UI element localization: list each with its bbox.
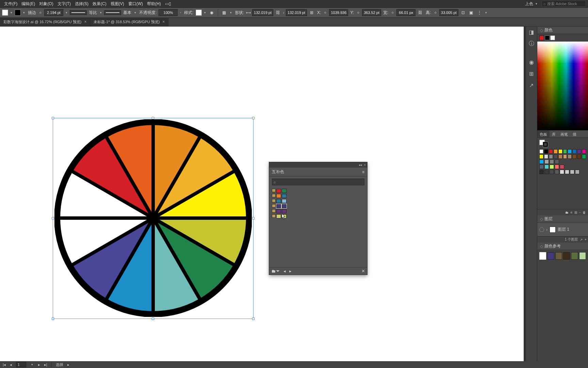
handle-br[interactable] xyxy=(252,318,255,320)
menu-window[interactable]: 窗口(W) xyxy=(126,1,145,7)
shape-h-field[interactable]: 132.019 pt xyxy=(286,9,307,16)
handle-bm[interactable] xyxy=(152,318,154,320)
handle-tm[interactable] xyxy=(152,117,154,119)
trash-icon[interactable]: 🗑 xyxy=(583,211,586,214)
isolation-icon[interactable]: ⊡ xyxy=(460,9,467,16)
expand-icon[interactable]: › xyxy=(546,227,548,232)
swatch[interactable] xyxy=(544,159,549,164)
layer-target-icon[interactable]: ↗ xyxy=(580,238,583,242)
layer-name[interactable]: 图层 1 xyxy=(558,227,569,232)
link-wh-icon[interactable]: ⛓ xyxy=(275,9,281,16)
panel-menu-icon[interactable]: ≡ xyxy=(362,170,364,174)
info-icon[interactable]: ⓘ xyxy=(528,40,535,47)
fill-swatch[interactable] xyxy=(2,10,8,16)
next-artboard-icon[interactable]: ▸| xyxy=(44,363,47,367)
swatch[interactable] xyxy=(560,170,564,174)
libraries-icon[interactable]: ◉ xyxy=(528,59,535,65)
library-menu-icon[interactable]: 🖿⏷ xyxy=(271,269,280,274)
layer-row[interactable]: › 图层 1 xyxy=(537,223,588,236)
colorguide-swatch[interactable] xyxy=(563,252,570,260)
link-dims-icon[interactable]: ⛓ xyxy=(417,9,424,16)
swatch[interactable] xyxy=(568,149,572,154)
prev-icon[interactable]: ◂ xyxy=(283,269,286,274)
swatch[interactable] xyxy=(570,170,574,174)
swatch[interactable] xyxy=(282,199,287,203)
swatch[interactable] xyxy=(539,170,544,174)
visibility-icon[interactable] xyxy=(539,227,544,232)
h-field[interactable]: 33.005 pt xyxy=(439,9,458,16)
align-icon[interactable]: ▦ xyxy=(221,9,228,16)
swatch[interactable] xyxy=(276,214,281,218)
swatch[interactable] xyxy=(563,149,567,154)
prev-artboard-icon[interactable]: |◂ xyxy=(3,363,6,367)
swatch[interactable] xyxy=(544,154,548,159)
swatch[interactable] xyxy=(282,189,287,193)
colorguide-swatch[interactable] xyxy=(571,252,578,260)
swatch[interactable] xyxy=(276,209,281,213)
menu-help[interactable]: 帮助(H) xyxy=(145,1,163,7)
swatch[interactable] xyxy=(282,209,287,213)
menu-edit[interactable]: 编辑(E) xyxy=(19,1,37,7)
colorguide-swatch[interactable] xyxy=(555,252,562,260)
next-icon[interactable]: ▸ xyxy=(289,269,292,274)
color-spectrum[interactable] xyxy=(537,42,588,130)
swatch[interactable] xyxy=(555,170,559,174)
swatch-menu-icon[interactable]: ≡ xyxy=(571,211,573,214)
collapse-icon[interactable]: ◂◂ xyxy=(359,163,362,167)
artboard-nav-field[interactable]: 1 xyxy=(16,362,26,367)
swatch[interactable] xyxy=(568,154,572,159)
menu-view[interactable]: 视图(V) xyxy=(109,1,126,7)
layers-panel-header[interactable]: ◇图层 xyxy=(537,215,588,223)
swatch[interactable] xyxy=(276,199,281,203)
color-stroke-ind[interactable] xyxy=(545,35,550,40)
tool-menu-icon[interactable]: ▸ xyxy=(67,363,69,367)
adobe-stock-search[interactable]: ⌕ 搜索 Adobe Stock xyxy=(542,1,586,7)
layout-icon[interactable]: ▭▯ xyxy=(163,1,173,6)
menu-select[interactable]: 选择(S) xyxy=(73,1,91,7)
fill-stroke-indicator[interactable] xyxy=(539,140,548,147)
swatch[interactable] xyxy=(544,165,549,169)
panel-search[interactable]: ⌕ xyxy=(272,179,364,185)
swatch-lib-icon[interactable]: 🖿 xyxy=(565,211,569,214)
colorguide-swatch[interactable] xyxy=(547,252,554,260)
swatch[interactable] xyxy=(544,170,549,174)
swatch[interactable] xyxy=(539,149,543,154)
prev-icon[interactable]: ◂ xyxy=(10,363,12,367)
swatch-opts-icon[interactable]: ⊞ xyxy=(574,211,577,214)
colorguide-swatch[interactable] xyxy=(579,252,586,260)
colorguide-header[interactable]: ◇颜色参考 xyxy=(537,243,588,250)
swatch[interactable] xyxy=(276,194,281,198)
swatch[interactable] xyxy=(575,170,579,174)
swatch-new-icon[interactable]: ▫ xyxy=(579,211,581,214)
swatch[interactable] xyxy=(560,165,564,169)
color-panel-header[interactable]: ◇颜色 xyxy=(537,27,588,34)
swatch[interactable] xyxy=(549,149,553,154)
color-fill-ind[interactable] xyxy=(539,35,544,40)
y-field[interactable]: 363.52 pt xyxy=(362,9,381,16)
recolor-icon[interactable]: ◉ xyxy=(208,9,215,16)
stroke-profile[interactable] xyxy=(70,10,87,15)
properties-icon[interactable]: ◨ xyxy=(528,29,535,35)
swatch[interactable] xyxy=(582,149,586,154)
menu-file[interactable]: 文件(F) xyxy=(2,1,19,7)
close-icon[interactable]: × xyxy=(84,19,86,24)
handle-tr[interactable] xyxy=(252,117,255,119)
swatch[interactable] xyxy=(555,165,559,169)
reference-point-icon[interactable]: ⊞ xyxy=(308,9,315,16)
swatch[interactable] xyxy=(572,149,576,154)
workspace-switcher[interactable]: 上色▾ xyxy=(525,1,538,7)
swatch[interactable] xyxy=(276,189,281,193)
swatch[interactable] xyxy=(539,154,543,159)
swatch[interactable] xyxy=(539,159,544,164)
tab-libraries[interactable]: 库 xyxy=(550,131,558,137)
tab-0[interactable]: 彩数字海报设计.ai @ 16.72% (RGB/GPU 预览)× xyxy=(0,17,90,26)
tab-stroke[interactable]: 描 xyxy=(570,131,579,137)
swatch[interactable] xyxy=(550,170,554,174)
swatch[interactable] xyxy=(565,170,569,174)
swatch[interactable] xyxy=(558,149,562,154)
swatch[interactable] xyxy=(554,154,558,159)
w-field[interactable]: 66.01 px xyxy=(396,9,415,16)
tab-brushes[interactable]: 画笔 xyxy=(558,131,570,137)
swatch[interactable] xyxy=(549,154,553,159)
handle-mr[interactable] xyxy=(252,217,255,219)
